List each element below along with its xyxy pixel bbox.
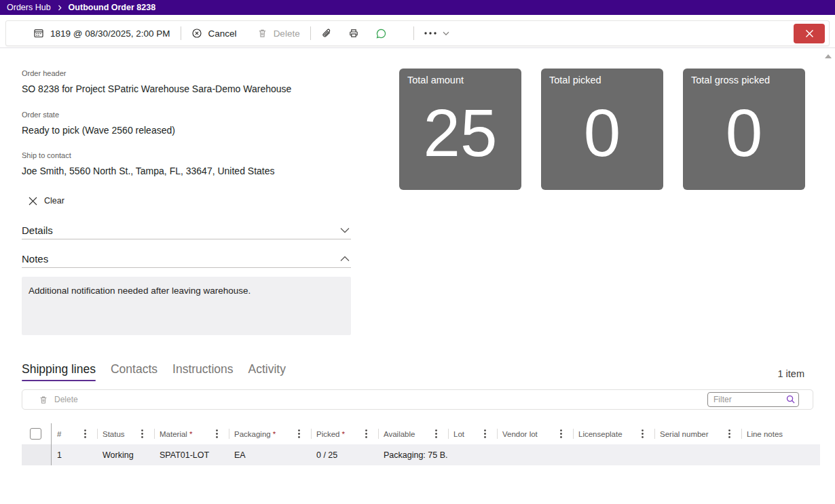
cell-packaging[interactable]: EA	[229, 450, 311, 460]
tile-label: Total picked	[541, 69, 663, 85]
column-header-lot[interactable]: Lot	[448, 423, 497, 444]
ship-to-contact-label: Ship to contact	[22, 151, 71, 159]
chat-button[interactable]	[375, 28, 387, 39]
column-header-available[interactable]: Available	[378, 423, 448, 444]
column-header-vendor-lot[interactable]: Vendor lot	[497, 423, 573, 444]
tile-value: 0	[541, 85, 663, 190]
trash-icon	[39, 395, 48, 405]
cell-material[interactable]: SPAT01-LOT	[154, 450, 229, 460]
details-title: Details	[22, 225, 53, 236]
grid-delete-button[interactable]: Delete	[39, 395, 78, 405]
shipping-lines-table: # Status Material* Packaging* Picked*	[22, 423, 820, 465]
outbound-order-page: Orders Hub Outbound Order 8238 1819 @ 08…	[0, 0, 835, 504]
command-bar-divider	[413, 26, 414, 40]
cancel-button[interactable]: Cancel	[191, 28, 237, 39]
column-menu-icon[interactable]	[435, 429, 437, 438]
clear-button[interactable]: Clear	[29, 196, 64, 206]
tile-value: 0	[683, 85, 805, 190]
cell-number[interactable]: 1	[51, 444, 97, 465]
ship-to-contact-value: Joe Smith, 5560 North St., Tampa, FL, 33…	[22, 166, 275, 176]
column-header-serial-number[interactable]: Serial number	[654, 423, 741, 444]
column-menu-icon[interactable]	[216, 429, 218, 438]
order-state-value: Ready to pick (Wave 2560 released)	[22, 125, 175, 136]
select-all-checkbox[interactable]	[30, 428, 41, 440]
column-header-licenseplate[interactable]: Licenseplate	[573, 423, 654, 444]
column-header-line-notes[interactable]: Line notes	[741, 423, 820, 444]
tile-value: 25	[399, 85, 521, 190]
trash-icon	[257, 28, 267, 39]
breadcrumb-orders-hub[interactable]: Orders Hub	[7, 3, 51, 12]
more-dots-icon	[424, 32, 437, 35]
breadcrumb: Orders Hub Outbound Order 8238	[0, 0, 835, 15]
delete-button[interactable]: Delete	[257, 28, 300, 39]
column-header-packaging[interactable]: Packaging*	[229, 423, 311, 444]
cancel-label: Cancel	[208, 28, 237, 39]
header-checkbox-cell	[22, 423, 51, 444]
table-header-row: # Status Material* Packaging* Picked*	[22, 423, 820, 444]
tile-total-picked: Total picked 0	[541, 69, 663, 190]
grid-delete-label: Delete	[54, 395, 78, 404]
more-commands-button[interactable]	[424, 31, 449, 36]
delete-label: Delete	[274, 28, 300, 39]
tile-label: Total gross picked	[683, 69, 805, 85]
column-menu-icon[interactable]	[560, 429, 562, 438]
chevron-down-icon	[443, 31, 449, 36]
close-x-icon	[805, 29, 814, 38]
notes-textarea[interactable]: Additional notification needed after lea…	[22, 277, 351, 335]
tab-list: Shipping lines Contacts Instructions Act…	[22, 362, 286, 379]
tile-total-gross-picked: Total gross picked 0	[683, 69, 805, 190]
column-menu-icon[interactable]	[365, 429, 367, 438]
order-header-value: SO 8238 for Project SPatric Warehouse Sa…	[22, 83, 291, 94]
filter-field	[707, 392, 799, 407]
cancel-circle-icon	[191, 28, 202, 39]
cell-picked[interactable]: 0 / 25	[311, 450, 378, 460]
calendar-icon	[33, 28, 44, 39]
clear-label: Clear	[44, 196, 64, 206]
row-checkbox-cell[interactable]	[22, 444, 51, 465]
scroll-up-arrow[interactable]	[825, 54, 832, 58]
table-row[interactable]: 1 Working SPAT01-LOT EA 0 / 25 Packaging…	[22, 444, 820, 465]
tab-contacts[interactable]: Contacts	[111, 362, 157, 379]
column-header-material[interactable]: Material*	[154, 423, 229, 444]
column-menu-icon[interactable]	[298, 429, 300, 438]
notes-section-header[interactable]: Notes	[22, 250, 351, 268]
tab-activity[interactable]: Activity	[248, 362, 286, 379]
column-menu-icon[interactable]	[84, 429, 86, 438]
column-menu-icon[interactable]	[484, 429, 486, 438]
search-icon[interactable]	[785, 394, 796, 404]
order-header-label: Order header	[22, 69, 66, 77]
details-section-header[interactable]: Details	[22, 221, 351, 239]
breadcrumb-chevron-icon	[57, 5, 62, 11]
close-button[interactable]	[794, 24, 825, 43]
tab-shipping-lines[interactable]: Shipping lines	[22, 362, 96, 379]
cell-status[interactable]: Working	[97, 450, 154, 460]
schedule-button[interactable]: 1819 @ 08/30/2025, 2:00 PM	[33, 28, 170, 39]
page-divider	[0, 47, 835, 48]
column-header-number[interactable]: #	[51, 423, 97, 444]
attach-button[interactable]	[321, 28, 332, 39]
schedule-label: 1819 @ 08/30/2025, 2:00 PM	[50, 28, 170, 39]
tile-label: Total amount	[399, 69, 521, 85]
command-bar-divider	[310, 26, 311, 40]
cell-available[interactable]: Packaging: 75 B...	[378, 450, 448, 460]
column-menu-icon[interactable]	[642, 429, 644, 438]
notes-title: Notes	[22, 253, 48, 265]
print-button[interactable]	[348, 28, 359, 39]
command-bar-divider	[181, 26, 181, 40]
breadcrumb-current-page: Outbound Order 8238	[69, 3, 156, 12]
column-menu-icon[interactable]	[141, 429, 143, 438]
clear-x-icon	[29, 197, 37, 206]
column-header-picked[interactable]: Picked*	[311, 423, 378, 444]
chevron-up-icon	[340, 256, 350, 262]
item-count: 1 item	[778, 368, 805, 379]
tile-total-amount: Total amount 25	[399, 69, 521, 190]
order-state-label: Order state	[22, 111, 59, 119]
command-bar: 1819 @ 08/30/2025, 2:00 PM Cancel Delete	[5, 20, 830, 46]
column-header-status[interactable]: Status	[97, 423, 154, 444]
grid-toolbar: Delete	[22, 389, 813, 410]
tab-instructions[interactable]: Instructions	[172, 362, 233, 379]
column-menu-icon[interactable]	[728, 429, 730, 438]
chevron-down-icon	[340, 227, 350, 233]
